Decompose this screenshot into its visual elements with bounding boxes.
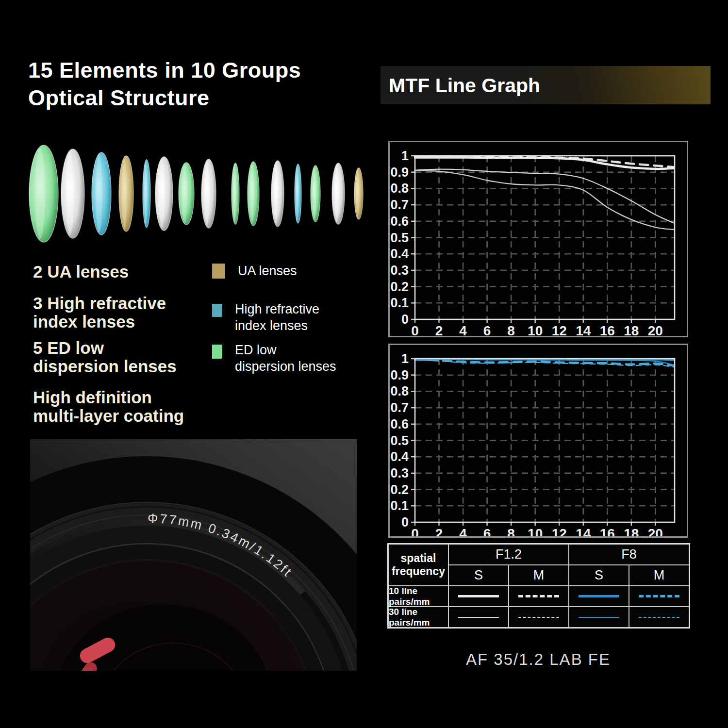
lens-rings	[30, 485, 357, 671]
lens-element	[354, 168, 363, 219]
svg-text:0.9: 0.9	[390, 165, 409, 180]
lens-element	[92, 152, 111, 235]
line-sample	[518, 617, 559, 618]
svg-text:0.8: 0.8	[390, 384, 409, 398]
svg-text:0.1: 0.1	[390, 296, 409, 310]
feature-high-refractive: 3 High refractive index lenses	[33, 294, 166, 331]
high-refractive-color-swatch	[212, 304, 222, 317]
svg-text:2: 2	[435, 323, 443, 336]
line-sample-cell	[509, 607, 569, 628]
svg-text:6: 6	[483, 323, 491, 336]
svg-text:14: 14	[576, 323, 591, 336]
line-sample-cell	[509, 586, 569, 607]
svg-text:0.6: 0.6	[390, 417, 409, 431]
feature-ua-lenses: 2 UA lenses	[33, 263, 129, 281]
legend-label: High refractive index lenses	[235, 301, 319, 334]
title-line-1: 15 Elements in 10 Groups	[28, 56, 301, 84]
ed-color-swatch	[212, 345, 222, 359]
svg-text:0.6: 0.6	[390, 214, 409, 229]
mtf-chart-f1-2-svg: 10.90.80.70.60.50.40.30.20.1002468101214…	[390, 142, 687, 336]
table-group-f1-2: F1.2	[448, 544, 569, 565]
svg-text:4: 4	[459, 323, 467, 336]
feature-text: 5 ED low	[33, 339, 177, 357]
svg-text:0.8: 0.8	[390, 181, 409, 196]
svg-text:20: 20	[648, 323, 663, 336]
svg-text:0.1: 0.1	[390, 498, 409, 513]
svg-text:16: 16	[600, 526, 615, 536]
svg-text:0.3: 0.3	[390, 466, 409, 480]
line-sample-cell	[448, 607, 509, 628]
line-sample	[518, 595, 559, 597]
mtf-chart-f8: 10.90.80.70.60.50.40.30.20.1002468101214…	[388, 344, 688, 538]
lens-front-photo: Φ77mm 0.34m/1.12ft	[30, 439, 357, 671]
line-sample-cell	[569, 586, 629, 607]
page-title: 15 Elements in 10 Groups Optical Structu…	[28, 56, 301, 112]
lens-element	[248, 162, 259, 226]
svg-text:2: 2	[435, 526, 443, 536]
line-sample	[458, 617, 499, 618]
table-subheader-m: M	[509, 565, 569, 586]
legend-item-ed: ED low dispersion lenses	[212, 342, 336, 375]
feature-text: dispersion lenses	[33, 357, 177, 376]
svg-text:0.4: 0.4	[390, 247, 409, 261]
svg-text:0.4: 0.4	[390, 449, 409, 464]
optical-structure-diagram	[0, 142, 374, 245]
line-sample	[458, 595, 499, 597]
lens-element	[179, 163, 194, 225]
table-row-label-30lp: 30 line pairs/mm	[388, 607, 448, 628]
table-subheader-s: S	[569, 565, 629, 586]
lens-element	[155, 157, 173, 231]
feature-text: High definition	[33, 388, 184, 407]
ua-color-swatch	[212, 264, 225, 279]
svg-text:0.2: 0.2	[390, 280, 409, 294]
svg-text:0.5: 0.5	[390, 231, 409, 245]
lens-model-caption: AF 35/1.2 LAB FE	[388, 650, 688, 669]
table-subheader-s: S	[448, 565, 509, 586]
mtf-chart-f1-2: 10.90.80.70.60.50.40.30.20.1002468101214…	[388, 141, 688, 337]
line-sample	[639, 595, 679, 597]
line-sample	[579, 595, 619, 597]
line-sample-cell	[629, 607, 689, 628]
mtf-section-header: MTF Line Graph	[381, 66, 711, 104]
line-sample-cell	[569, 607, 629, 628]
svg-text:0: 0	[401, 312, 409, 327]
line-sample-cell	[448, 586, 509, 607]
svg-text:16: 16	[600, 323, 615, 336]
svg-text:0: 0	[411, 526, 419, 536]
svg-text:4: 4	[459, 526, 467, 536]
lens-element	[201, 159, 216, 228]
svg-text:10: 10	[528, 526, 543, 536]
table-corner-cell: spatial frequency	[388, 544, 448, 586]
lens-element	[143, 160, 150, 228]
lens-infographic: 15 Elements in 10 Groups Optical Structu…	[0, 0, 728, 728]
svg-text:0.9: 0.9	[390, 368, 409, 382]
mtf-legend-table: spatial frequency F1.2 F8 S M S M 10 lin…	[387, 543, 690, 629]
feature-text: 2 UA lenses	[33, 263, 129, 281]
svg-text:12: 12	[552, 323, 567, 336]
svg-text:6: 6	[483, 526, 491, 536]
feature-text: multi-layer coating	[33, 407, 184, 425]
svg-text:0.2: 0.2	[390, 482, 409, 497]
title-line-2: Optical Structure	[28, 84, 301, 112]
lens-element	[232, 163, 239, 224]
svg-text:18: 18	[624, 323, 639, 336]
series-30-line-pairs-mm-s	[415, 169, 674, 223]
svg-text:0.7: 0.7	[390, 400, 409, 415]
lens-element	[29, 145, 58, 242]
svg-text:8: 8	[507, 526, 515, 536]
svg-text:1: 1	[401, 149, 409, 163]
svg-text:8: 8	[507, 323, 515, 336]
mtf-chart-f8-svg: 10.90.80.70.60.50.40.30.20.1002468101214…	[390, 345, 687, 536]
table-subheader-m: M	[629, 565, 689, 586]
svg-text:12: 12	[552, 526, 567, 536]
svg-text:14: 14	[576, 526, 591, 536]
feature-text: index lenses	[33, 313, 166, 331]
svg-text:0.5: 0.5	[390, 433, 409, 448]
svg-text:1: 1	[401, 351, 409, 366]
svg-text:18: 18	[624, 526, 639, 536]
lens-element	[311, 165, 320, 222]
svg-text:0.7: 0.7	[390, 198, 409, 212]
line-sample	[579, 617, 619, 618]
lens-element	[119, 156, 133, 232]
lens-element	[271, 161, 284, 227]
